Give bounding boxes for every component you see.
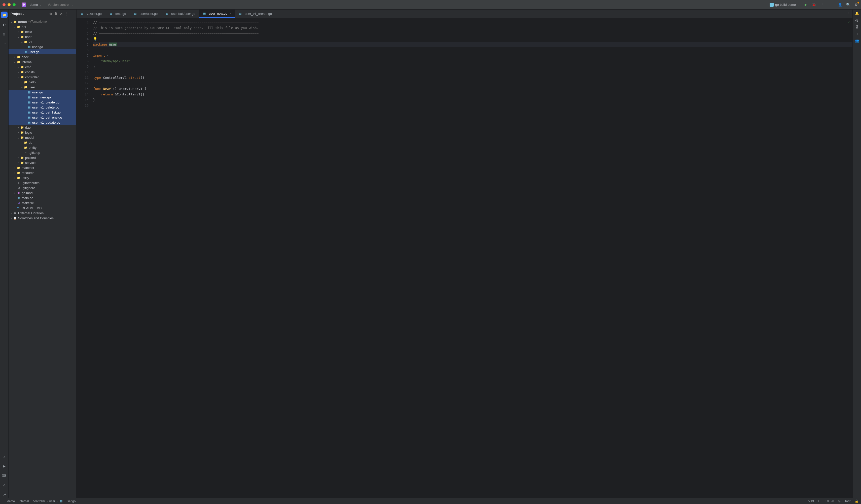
code-with-me-icon[interactable]: 👤 xyxy=(838,2,842,7)
tree-file-gitattributes[interactable]: ≡.gitattributes xyxy=(9,180,76,185)
tree-external-libraries[interactable]: ›🏛External Libraries xyxy=(9,210,76,216)
commit-tool-button[interactable]: ◐ xyxy=(1,21,8,28)
status-menu-icon[interactable]: ▭ xyxy=(2,500,5,503)
tree-file-user-v1-get-one[interactable]: ▦user_v1_get_one.go xyxy=(9,115,76,120)
tree-folder-ctrl-hello[interactable]: ›📁hello xyxy=(9,80,76,85)
debug-button[interactable]: 🐞 xyxy=(812,2,816,7)
inspection-ok-icon[interactable]: ✓ xyxy=(848,19,850,25)
more-tool-button[interactable]: ⋯ xyxy=(1,40,8,47)
tree-folder-utility[interactable]: ›📁utility xyxy=(9,175,76,180)
tree-folder-dao[interactable]: ›📁dao xyxy=(9,125,76,130)
tree-folder-v1[interactable]: ⌄📁v1 xyxy=(9,39,76,44)
notifications-icon[interactable]: 🔔 xyxy=(855,12,859,15)
tab-user-new[interactable]: ▦user_new.go× xyxy=(199,10,235,18)
close-tab-icon[interactable]: × xyxy=(229,12,231,15)
select-opened-file-icon[interactable]: ⊕ xyxy=(49,12,52,16)
expand-all-icon[interactable]: ⇅ xyxy=(55,12,57,16)
run-config-selector[interactable]: go build demo xyxy=(770,3,800,7)
breadcrumb-item[interactable]: demo xyxy=(7,500,15,503)
tree-scratches[interactable]: ›📋Scratches and Consoles xyxy=(9,216,76,220)
hide-panel-icon[interactable]: — xyxy=(71,12,74,16)
search-everywhere-icon[interactable]: 🔍 xyxy=(846,2,850,7)
tree-file-gomod[interactable]: ›⬣go.mod xyxy=(9,190,76,195)
tab-user-user[interactable]: ▦user/user.go xyxy=(129,10,161,18)
ai-assistant-icon[interactable]: @ xyxy=(855,18,859,22)
tree-folder-controller[interactable]: ⌄📁controller xyxy=(9,74,76,80)
tree-file-api-user-go[interactable]: ▦user.go xyxy=(9,49,76,54)
collapse-all-icon[interactable]: ⤫ xyxy=(60,12,63,16)
tree-folder-user[interactable]: ⌄📁user xyxy=(9,34,76,39)
breadcrumb-item[interactable]: user.go xyxy=(66,500,76,503)
readonly-toggle-icon[interactable]: ⦾ xyxy=(838,500,840,503)
services-tool-button[interactable]: ▷ xyxy=(1,453,8,460)
tree-folder-manifest[interactable]: ›📁manifest xyxy=(9,165,76,170)
editor-tabs: ▦v1/user.go ▦cmd.go ▦user/user.go ▦user.… xyxy=(77,10,852,18)
collab-icon[interactable]: 👥 xyxy=(855,39,859,43)
tree-file-makefile[interactable]: MMakefile xyxy=(9,200,76,205)
tab-user-bak[interactable]: ▦user.bak/user.go xyxy=(161,10,199,18)
tree-folder-hack[interactable]: ›📁hack xyxy=(9,54,76,59)
tab-user-v1-create[interactable]: ▦user_v1_create.go xyxy=(235,10,275,18)
file-encoding[interactable]: UTF-8 xyxy=(825,500,834,503)
line-separator[interactable]: LF xyxy=(818,500,821,503)
tree-file-user-v1-get-list[interactable]: ▦user_v1_get_list.go xyxy=(9,110,76,115)
caret-position[interactable]: 5:13 xyxy=(808,500,814,503)
intention-bulb-icon[interactable]: 💡 xyxy=(93,37,97,41)
tree-root[interactable]: ⌄📁 demo ~/Temp/demo xyxy=(9,19,76,24)
window-controls xyxy=(2,3,16,6)
tree-file-user-new[interactable]: ▦user_new.go xyxy=(9,95,76,100)
structure-tool-button[interactable]: ⊞ xyxy=(1,31,8,37)
run-tool-button[interactable]: ▶ xyxy=(1,463,8,469)
code-editor[interactable]: ✓ // ===================================… xyxy=(91,18,852,498)
tree-folder-consts[interactable]: ›📁consts xyxy=(9,69,76,74)
run-config-label: go build demo xyxy=(775,3,796,6)
problems-tool-button[interactable]: ⚠ xyxy=(1,482,8,488)
minimize-window-button[interactable] xyxy=(8,3,11,6)
tree-folder-logic[interactable]: ›📁logic xyxy=(9,130,76,135)
close-window-button[interactable] xyxy=(2,3,5,6)
tree-folder-internal[interactable]: ⌄📁internal xyxy=(9,59,76,65)
tree-file-main[interactable]: ▦main.go xyxy=(9,195,76,200)
tree-folder-ctrl-user[interactable]: ⌄📁user xyxy=(9,85,76,90)
tree-file-user-v1-create[interactable]: ▦user_v1_create.go xyxy=(9,100,76,105)
tree-folder-model[interactable]: ⌄📁model xyxy=(9,135,76,140)
tree-folder-api[interactable]: ⌄📁api xyxy=(9,24,76,29)
tree-folder-packed[interactable]: ›📁packed xyxy=(9,155,76,160)
maximize-window-button[interactable] xyxy=(13,3,16,6)
breadcrumbs[interactable]: demo› internal› controller› user› ▦ user… xyxy=(7,500,76,503)
tree-file-ctrl-user-go[interactable]: ▦user.go xyxy=(9,90,76,95)
project-menu[interactable]: demo xyxy=(30,3,42,6)
breadcrumb-item[interactable]: internal xyxy=(19,500,29,503)
terminal-tool-button[interactable]: ⌨ xyxy=(1,472,8,479)
project-view-selector[interactable]: Project xyxy=(11,12,24,16)
tree-folder-entity[interactable]: ›📁entity xyxy=(9,145,76,150)
panel-options-icon[interactable]: ⋮ xyxy=(65,12,68,16)
tree-file-user-v1-delete[interactable]: ▦user_v1_delete.go xyxy=(9,105,76,110)
breadcrumb-item[interactable]: controller xyxy=(33,500,45,503)
indent-setting[interactable]: Tab* xyxy=(845,500,851,503)
vcs-menu[interactable]: Version control xyxy=(48,3,73,6)
run-button[interactable]: ▶ xyxy=(804,2,808,7)
project-tree[interactable]: ⌄📁 demo ~/Temp/demo ⌄📁api ›📁hello ⌄📁user… xyxy=(9,18,76,498)
tree-file-user-v1-update[interactable]: ▦user_v1_update.go xyxy=(9,120,76,125)
tree-file-gitignore[interactable]: ⊘.gitignore xyxy=(9,185,76,190)
copilot-icon[interactable]: ⊟ xyxy=(856,32,858,36)
tree-folder-hello[interactable]: ›📁hello xyxy=(9,29,76,34)
tree-folder-service[interactable]: ›📁service xyxy=(9,160,76,165)
tab-cmd[interactable]: ▦cmd.go xyxy=(105,10,129,18)
tree-folder-resource[interactable]: ›📁resource xyxy=(9,170,76,175)
tree-folder-cmd[interactable]: ›📁cmd xyxy=(9,65,76,69)
git-tool-button[interactable]: ⎇ xyxy=(1,491,8,498)
tree-file-readme[interactable]: M↓README.MD xyxy=(9,205,76,210)
more-actions-button[interactable]: ⋮ xyxy=(820,2,824,7)
tree-file-gitkeep[interactable]: ≡.gitkeep xyxy=(9,150,76,155)
status-lock-icon[interactable]: 🔒 xyxy=(855,500,859,503)
database-icon[interactable]: 🗄 xyxy=(855,25,859,29)
tab-v1-user[interactable]: ▦v1/user.go xyxy=(77,10,105,18)
breadcrumb-item[interactable]: user xyxy=(49,500,55,503)
tree-file-v1-user-go[interactable]: ▦user.go xyxy=(9,44,76,49)
settings-icon[interactable]: ⚙ xyxy=(854,2,859,7)
tree-folder-do[interactable]: ›📁do xyxy=(9,140,76,145)
tabs-more-icon[interactable]: ⋮ xyxy=(844,10,852,18)
project-tool-button[interactable]: 📁 xyxy=(1,12,8,18)
